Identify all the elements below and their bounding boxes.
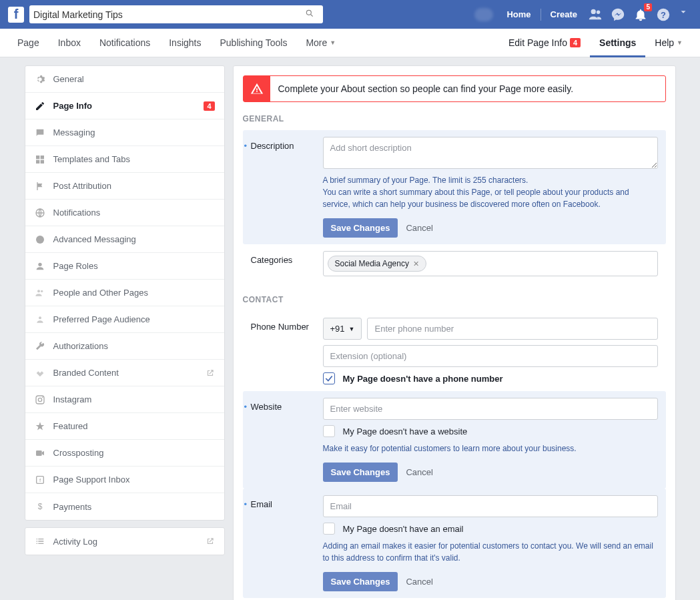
no-email-checkbox[interactable] xyxy=(323,523,335,535)
sidebar-item-label: Crossposting xyxy=(53,448,215,458)
sidebar-item-label: Page Info xyxy=(53,101,196,111)
sidebar-item-page-info[interactable]: Page Info 4 xyxy=(25,93,224,119)
svg-point-10 xyxy=(38,262,41,266)
pencil-icon xyxy=(35,101,45,111)
home-link[interactable]: Home xyxy=(506,9,531,19)
field-email: Email My Page doesn't have an email Addi… xyxy=(243,489,666,598)
field-phone: Phone Number +91 ▼ My Page doesn't have … xyxy=(243,311,666,391)
create-link[interactable]: Create xyxy=(551,9,577,19)
no-phone-checkbox[interactable] xyxy=(323,372,335,384)
save-button[interactable]: Save Changes xyxy=(323,463,398,482)
sidebar-item-templates[interactable]: Templates and Tabs xyxy=(25,146,224,173)
email-input[interactable] xyxy=(323,495,658,517)
svg-rect-7 xyxy=(40,160,43,163)
dropdown-caret-icon[interactable] xyxy=(679,7,688,22)
instagram-icon xyxy=(35,394,45,405)
sidebar-item-label: General xyxy=(53,74,215,84)
sidebar-item-activity-log[interactable]: Activity Log xyxy=(25,528,224,555)
website-input[interactable] xyxy=(323,398,658,420)
check-icon xyxy=(324,374,334,383)
svg-point-15 xyxy=(38,398,41,401)
messenger-icon[interactable] xyxy=(611,7,625,22)
svg-rect-6 xyxy=(36,160,39,163)
sidebar-item-featured[interactable]: Featured xyxy=(25,413,224,440)
sidebar-item-payments[interactable]: $ Payments xyxy=(25,493,224,520)
svg-line-1 xyxy=(311,15,313,17)
sidebar-item-general[interactable]: General xyxy=(25,66,224,93)
notifications-icon[interactable]: 5 xyxy=(633,7,648,22)
sidebar-item-label: Branded Content xyxy=(53,368,198,378)
sidebar-item-label: Instagram xyxy=(53,394,215,404)
audience-icon xyxy=(35,314,45,325)
help-icon[interactable]: ? xyxy=(656,7,671,22)
sidebar-item-label: Activity Log xyxy=(53,537,198,547)
categories-input[interactable]: Social Media Agency ✕ xyxy=(323,251,658,276)
section-header-contact: CONTACT xyxy=(243,295,666,304)
save-button[interactable]: Save Changes xyxy=(323,572,398,591)
sidebar-item-support-inbox[interactable]: f Page Support Inbox xyxy=(25,467,224,493)
no-website-checkbox[interactable] xyxy=(323,425,335,437)
nav-more[interactable]: More▼ xyxy=(296,29,345,57)
video-icon xyxy=(35,448,45,459)
nav-inbox[interactable]: Inbox xyxy=(49,29,90,57)
country-code-select[interactable]: +91 ▼ xyxy=(323,318,362,340)
svg-point-0 xyxy=(306,10,311,15)
checkbox-label: My Page doesn't have a phone number xyxy=(343,374,503,384)
alert-banner: Complete your About section so people ca… xyxy=(243,75,666,102)
nav-publishing-tools[interactable]: Publishing Tools xyxy=(210,29,296,57)
sidebar-item-crossposting[interactable]: Crossposting xyxy=(25,440,224,467)
sidebar-item-label: Preferred Page Audience xyxy=(53,314,215,324)
save-button[interactable]: Save Changes xyxy=(323,218,398,238)
sidebar-item-label: Payments xyxy=(53,502,215,512)
sidebar-item-label: Page Roles xyxy=(53,261,215,271)
cancel-button[interactable]: Cancel xyxy=(406,467,432,477)
wrench-icon xyxy=(35,341,45,352)
nav-notifications[interactable]: Notifications xyxy=(90,29,159,57)
sidebar-item-notifications[interactable]: Notifications xyxy=(25,200,224,226)
nav-help[interactable]: Help▼ xyxy=(645,29,692,57)
chevron-down-icon: ▼ xyxy=(330,39,336,46)
sidebar-item-label: Messaging xyxy=(53,127,215,137)
friends-icon[interactable] xyxy=(588,7,603,22)
sidebar-item-instagram[interactable]: Instagram xyxy=(25,386,224,413)
svg-point-12 xyxy=(41,290,43,292)
sidebar-item-people[interactable]: People and Other Pages xyxy=(25,280,224,306)
description-textarea[interactable] xyxy=(323,137,658,169)
star-icon xyxy=(35,421,45,432)
field-description: Description A brief summary of your Page… xyxy=(243,130,666,244)
cancel-button[interactable]: Cancel xyxy=(406,577,432,587)
field-label: Categories xyxy=(251,251,314,265)
search-input[interactable] xyxy=(33,9,300,20)
avatar[interactable] xyxy=(474,8,493,21)
globe-icon xyxy=(35,208,45,218)
section-header-general: GENERAL xyxy=(243,114,666,123)
nav-page[interactable]: Page xyxy=(8,29,49,57)
cancel-button[interactable]: Cancel xyxy=(406,223,432,233)
topbar: f Home Create 5 ? xyxy=(0,0,700,29)
sidebar-item-preferred-audience[interactable]: Preferred Page Audience xyxy=(25,306,224,333)
helper-text: A brief summary of your Page. The limit … xyxy=(323,174,658,210)
search-icon[interactable] xyxy=(300,9,319,20)
extension-input[interactable] xyxy=(323,345,658,367)
nav-insights[interactable]: Insights xyxy=(159,29,210,57)
speech-bubble-icon xyxy=(35,127,45,138)
sidebar-item-label: Authorizations xyxy=(53,341,215,351)
nav-edit-page-info[interactable]: Edit Page Info 4 xyxy=(499,29,590,57)
sidebar-item-branded-content[interactable]: Branded Content xyxy=(25,360,224,386)
field-label: Description xyxy=(251,137,314,151)
checkbox-label: My Page doesn't have a website xyxy=(343,426,468,436)
sidebar-item-messaging[interactable]: Messaging xyxy=(25,119,224,146)
svg-rect-4 xyxy=(36,156,39,159)
nav-settings[interactable]: Settings xyxy=(590,29,645,57)
phone-input[interactable] xyxy=(367,318,657,340)
sidebar-item-page-roles[interactable]: Page Roles xyxy=(25,253,224,280)
search-box[interactable] xyxy=(29,5,323,23)
flag-icon xyxy=(35,181,45,192)
sidebar-item-advanced-messaging[interactable]: Advanced Messaging xyxy=(25,226,224,253)
sidebar-item-post-attribution[interactable]: Post Attribution xyxy=(25,173,224,200)
facebook-logo[interactable]: f xyxy=(8,7,24,23)
sidebar-item-label: Templates and Tabs xyxy=(53,154,215,164)
remove-chip-icon[interactable]: ✕ xyxy=(413,260,419,268)
sidebar-item-authorizations[interactable]: Authorizations xyxy=(25,333,224,360)
grid-icon xyxy=(35,154,45,165)
